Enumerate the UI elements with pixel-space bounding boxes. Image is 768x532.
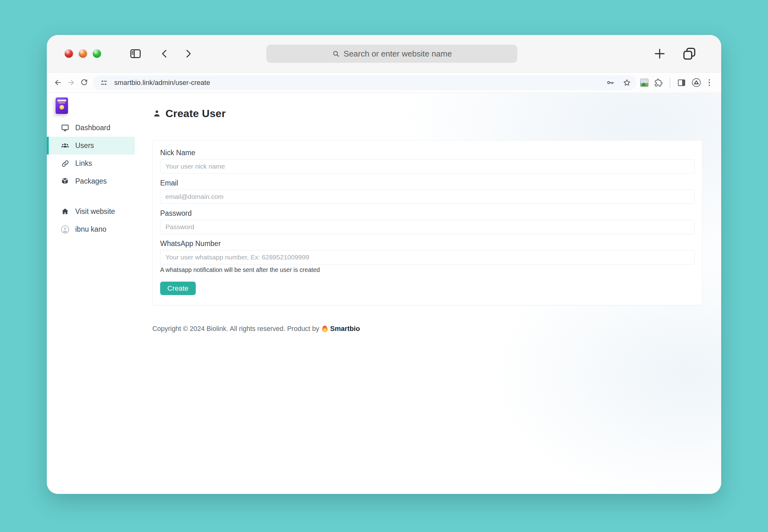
sidebar-item-label: Dashboard: [75, 124, 111, 132]
form-field-password: Password: [160, 209, 695, 234]
sidebar-item-users[interactable]: Users: [47, 137, 135, 155]
window-controls: [65, 49, 101, 58]
site-settings-icon[interactable]: [98, 77, 110, 89]
search-icon: [332, 50, 340, 58]
password-field[interactable]: [160, 220, 695, 234]
fire-icon: [322, 326, 327, 332]
toolbar-divider: [670, 78, 670, 87]
history-forward-button[interactable]: [183, 48, 194, 59]
screenshot-extension-icon[interactable]: [640, 79, 648, 87]
form-field-email: Email: [160, 179, 695, 204]
whatsapp-number-input[interactable]: [160, 250, 695, 264]
email-label: Email: [160, 179, 695, 187]
footer: Copyright © 2024 Biolink. All rights res…: [152, 325, 702, 333]
search-placeholder-text: Search or enter website name: [344, 49, 452, 59]
url-text: smartbio.link/admin/user-create: [114, 79, 210, 87]
sidebar-item-label: Links: [75, 159, 92, 168]
close-window-button[interactable]: [65, 49, 73, 58]
monitor-icon: [61, 124, 69, 132]
back-icon[interactable]: [51, 76, 64, 89]
sidebar-item-packages[interactable]: Packages: [47, 172, 135, 190]
sidebar-item-label: Users: [75, 141, 94, 150]
whatsapp-help-text: A whatsapp notification will be sent aft…: [160, 266, 695, 273]
brand-link[interactable]: Smartbio: [330, 325, 360, 333]
package-icon: [61, 177, 69, 185]
sidebar-item-visit-website[interactable]: Visit website: [47, 203, 135, 220]
side-panel-icon[interactable]: [677, 78, 686, 87]
page-title-text: Create User: [165, 107, 226, 120]
sidebar-toggle-icon[interactable]: [129, 47, 142, 60]
sidebar-user-name: ibnu kano: [75, 225, 106, 234]
browser-titlebar: Search or enter website name: [47, 35, 721, 72]
nickname-label: Nick Name: [160, 149, 695, 157]
zoom-window-button[interactable]: [93, 49, 101, 58]
minimize-window-button[interactable]: [79, 49, 87, 58]
bookmark-star-icon[interactable]: [621, 77, 633, 89]
whatsapp-label: WhatsApp Number: [160, 239, 695, 248]
sidebar: Dashboard Users Links: [47, 93, 135, 494]
extensions-puzzle-icon[interactable]: [654, 78, 663, 87]
new-tab-icon[interactable]: [653, 47, 666, 60]
address-bar[interactable]: smartbio.link/admin/user-create: [93, 76, 637, 90]
profile-avatar-icon[interactable]: [692, 78, 701, 87]
create-button[interactable]: Create: [160, 282, 196, 295]
page-title: Create User: [152, 107, 702, 120]
home-icon: [61, 207, 69, 216]
user-avatar-icon: [61, 225, 69, 234]
copyright-text: Copyright © 2024 Biolink. All rights res…: [152, 325, 319, 333]
users-icon: [61, 141, 69, 150]
form-field-whatsapp: WhatsApp Number: [160, 239, 695, 264]
create-user-form-card: Nick Name Email Password WhatsApp Number…: [152, 140, 702, 305]
browser-search-field[interactable]: Search or enter website name: [266, 45, 517, 63]
sidebar-item-label: Visit website: [75, 207, 115, 216]
history-back-button[interactable]: [159, 48, 170, 59]
sidebar-user-profile[interactable]: ibnu kano: [47, 220, 135, 238]
tab-overview-icon[interactable]: [682, 46, 697, 61]
sidebar-item-links[interactable]: Links: [47, 155, 135, 172]
email-field[interactable]: [160, 190, 695, 204]
password-label: Password: [160, 209, 695, 218]
nickname-input[interactable]: [160, 159, 695, 174]
reload-icon[interactable]: [77, 76, 91, 89]
browser-window: Search or enter website name smartbio.li…: [47, 35, 721, 494]
link-icon: [61, 159, 69, 168]
sidebar-item-dashboard[interactable]: Dashboard: [47, 119, 135, 137]
app-logo[interactable]: [56, 97, 68, 114]
password-key-icon[interactable]: [605, 77, 617, 89]
form-field-nickname: Nick Name: [160, 149, 695, 174]
forward-icon[interactable]: [64, 76, 77, 89]
person-icon: [152, 109, 161, 118]
main-content: Create User Nick Name Email Password Wha…: [135, 93, 721, 494]
browser-menu-icon[interactable]: [707, 79, 712, 86]
admin-page: Dashboard Users Links: [47, 93, 721, 494]
sidebar-item-label: Packages: [75, 177, 107, 185]
browser-toolbar: smartbio.link/admin/user-create: [47, 72, 721, 93]
